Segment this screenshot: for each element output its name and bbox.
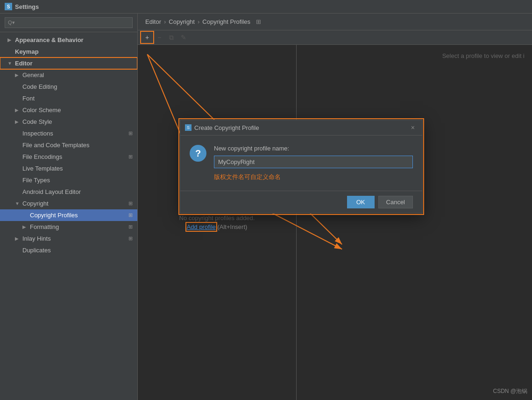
sidebar-item-label: Keymap [15,48,39,55]
toolbar-bar: + − ⧉ ✎ [138,30,532,45]
app-icon: S [5,3,12,10]
sidebar-item-label: File Encodings [22,153,62,160]
edit-profile-button[interactable]: ✎ [178,32,189,43]
dialog-icon-area: ? [190,145,206,181]
sidebar-item-file-code-templates[interactable]: File and Code Templates [0,139,137,151]
sidebar-item-label: Font [22,95,35,102]
sidebar-item-label: Duplicates [22,247,51,254]
arrow-icon: ▶ [22,224,28,229]
settings-icon: ⊞ [128,200,133,207]
settings-window: S Settings Q▾ ▶ Appearance & Behavior [0,0,532,400]
add-profile-link[interactable]: Add profile [187,223,216,230]
add-profile-hint: (Alt+Insert) [217,223,247,230]
sidebar-item-copyright[interactable]: ▼ Copyright ⊞ [0,198,137,209]
right-placeholder: Select a profile to view or edit i [297,45,532,400]
sidebar-item-code-editing[interactable]: Code Editing [0,81,137,93]
question-icon: ? [190,145,206,162]
sidebar-item-live-templates[interactable]: Live Templates [0,163,137,174]
settings-icon: ⊞ [128,130,133,136]
select-profile-text: Select a profile to view or edit i [442,52,525,59]
sidebar-item-android-layout[interactable]: Android Layout Editor [0,186,137,198]
sidebar-item-label: Copyright Profiles [30,212,78,219]
dialog-fields: New copyright profile name: 版权文件名可自定义命名 [214,145,413,181]
sidebar-item-label: General [22,71,44,79]
remove-profile-button[interactable]: − [154,32,165,43]
sidebar-item-label: Code Editing [22,83,57,90]
chinese-hint: 版权文件名可自定义命名 [214,173,413,181]
arrow-icon: ▶ [15,236,21,241]
copy-profile-button[interactable]: ⧉ [166,32,177,43]
right-panel: Editor › Copyright › Copyright Profiles … [138,14,532,400]
arrow-icon: ▶ [7,37,13,43]
sidebar-item-label: Android Layout Editor [22,188,81,195]
title-bar: S Settings [0,0,532,14]
dialog-title-left: S Create Copyright Profile [185,124,259,131]
sidebar-item-label: Code Style [22,118,52,125]
breadcrumb-sep2: › [198,18,199,25]
sidebar-item-general[interactable]: ▶ General [0,69,137,81]
sidebar: Q▾ ▶ Appearance & Behavior Keymap [0,14,138,400]
breadcrumb-editor: Editor [145,18,161,25]
dialog-body: ? New copyright profile name: 版权文件名可自定义命… [180,136,422,191]
watermark-text: CSDN @泡锅 [493,388,527,394]
settings-icon: ⊞ [128,154,133,160]
breadcrumb-profiles: Copyright Profiles [202,18,250,25]
sidebar-item-inlay-hints[interactable]: ▶ Inlay Hints ⊞ [0,233,137,244]
no-profiles-area: No copyright profiles added. Add profile… [179,214,255,230]
breadcrumb-pin-icon: ⊞ [256,18,261,25]
dialog-label: New copyright profile name: [214,145,413,152]
sidebar-item-keymap[interactable]: Keymap [0,46,137,57]
arrow-icon: ▶ [15,119,21,124]
dialog-title-bar: S Create Copyright Profile × [180,120,422,136]
sidebar-item-label: Formatting [30,223,59,230]
arrow-icon: ▼ [15,201,21,206]
create-copyright-dialog: S Create Copyright Profile × ? New copyr… [180,120,423,214]
arrow-icon: ▶ [15,107,21,113]
sidebar-item-label: File Types [22,177,50,184]
sidebar-item-duplicates[interactable]: Duplicates [0,244,137,256]
sidebar-item-appearance[interactable]: ▶ Appearance & Behavior [0,34,137,46]
arrow-icon: ▶ [15,72,21,78]
no-profiles-text: No copyright profiles added. [179,214,255,221]
sidebar-item-label: File and Code Templates [22,142,90,149]
nav-tree: ▶ Appearance & Behavior Keymap ▼ Editor … [0,32,137,400]
sidebar-item-copyright-profiles[interactable]: Copyright Profiles ⊞ [0,209,137,221]
cancel-button[interactable]: Cancel [378,196,413,208]
panel-content: No copyright profiles added. Add profile… [138,45,532,400]
main-content: Q▾ ▶ Appearance & Behavior Keymap [0,14,532,400]
sidebar-item-formatting[interactable]: ▶ Formatting ⊞ [0,221,137,233]
search-input[interactable] [17,19,129,26]
arrow-icon: ▼ [7,61,13,66]
dialog-close-button[interactable]: × [408,123,418,132]
breadcrumb: Editor › Copyright › Copyright Profiles … [138,14,532,30]
sidebar-item-label: Inlay Hints [22,235,51,242]
watermark: CSDN @泡锅 [493,387,527,395]
breadcrumb-copyright: Copyright [169,18,195,25]
dialog-title: Create Copyright Profile [194,124,259,131]
dialog-app-icon: S [185,124,192,131]
copyright-profile-name-input[interactable] [214,156,413,168]
window-title: Settings [15,3,39,10]
settings-icon: ⊞ [128,224,133,230]
breadcrumb-sep1: › [164,18,166,25]
sidebar-item-color-scheme[interactable]: ▶ Color Scheme [0,104,137,116]
sidebar-item-font[interactable]: Font [0,93,137,104]
sidebar-item-file-encodings[interactable]: File Encodings ⊞ [0,151,137,163]
ok-button[interactable]: OK [347,196,375,208]
search-row[interactable]: Q▾ [5,17,133,28]
sidebar-item-editor[interactable]: ▼ Editor [0,57,137,69]
add-profile-button[interactable]: + [142,32,153,43]
dialog-footer: OK Cancel [180,191,422,213]
sidebar-item-label: Inspections [22,130,53,137]
settings-icon: ⊞ [128,236,133,242]
sidebar-item-label: Live Templates [22,165,63,172]
profiles-list: No copyright profiles added. Add profile… [138,45,297,400]
sidebar-item-label: Appearance & Behavior [15,36,84,43]
search-icon: Q▾ [8,20,15,26]
settings-icon: ⊞ [128,212,133,218]
sidebar-item-inspections[interactable]: Inspections ⊞ [0,128,137,139]
sidebar-item-file-types[interactable]: File Types [0,174,137,186]
add-profile-row: Add profile (Alt+Insert) [179,223,255,230]
search-bar: Q▾ [0,14,137,32]
sidebar-item-code-style[interactable]: ▶ Code Style [0,116,137,128]
